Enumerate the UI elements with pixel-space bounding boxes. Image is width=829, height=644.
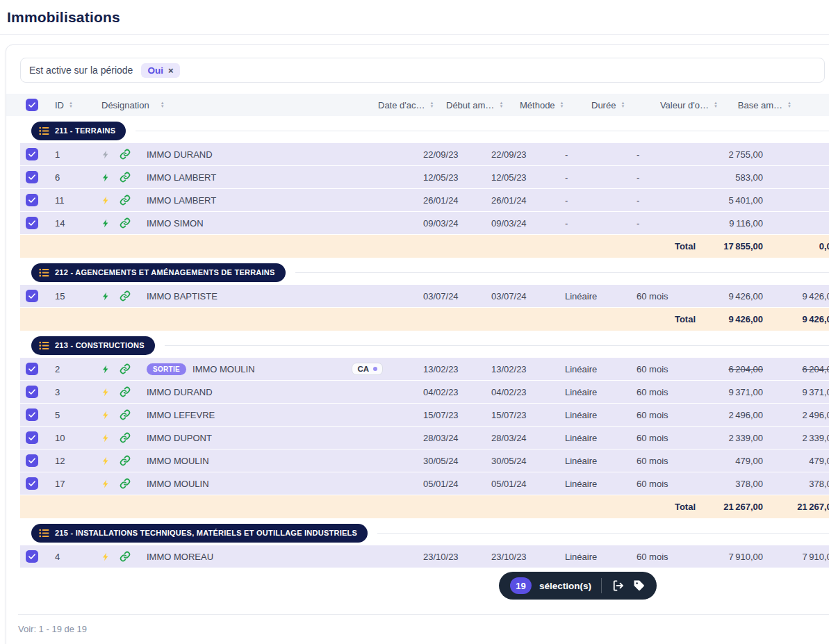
row-checkbox[interactable] xyxy=(26,454,38,467)
row-checkbox[interactable] xyxy=(26,408,38,421)
row-checkbox[interactable] xyxy=(26,550,38,563)
row-checkbox[interactable] xyxy=(26,386,38,398)
row-checkbox[interactable] xyxy=(26,217,38,229)
row-designation-cell: IMMO LEFEVRE xyxy=(147,410,423,420)
row-date-acquisition: 04/02/23 xyxy=(423,387,491,397)
col-header-designation[interactable]: Désignation▲▼ xyxy=(101,100,378,110)
row-duree: 60 mois xyxy=(637,479,696,489)
group-pill[interactable]: 212 - AGENCEMENTS ET AMÉNAGEMENTS DE TER… xyxy=(31,263,286,282)
group-total-row: Total9 426,009 426,00 xyxy=(20,308,829,331)
col-header-debut_amort[interactable]: Début am…▲▼ xyxy=(446,100,520,110)
row-methode: - xyxy=(565,218,637,229)
row-duree: 60 mois xyxy=(637,387,696,397)
group-divider xyxy=(136,131,829,131)
row-debut-amortissement: 23/10/23 xyxy=(491,552,565,562)
row-valeur-origine: 583,00 xyxy=(696,172,763,183)
table-row[interactable]: 12IMMO MOULIN30/05/2430/05/24Linéaire60 … xyxy=(20,449,829,472)
link-icon[interactable] xyxy=(120,195,131,206)
col-header-methode[interactable]: Méthode▲▼ xyxy=(520,100,591,110)
col-header-valeur_origine[interactable]: Valeur d'o…▲▼ xyxy=(650,100,718,110)
row-valeur-origine: 378,00 xyxy=(696,479,763,489)
table-row[interactable]: 10IMMO DUPONT28/03/2428/03/24Linéaire60 … xyxy=(20,427,829,449)
table-row[interactable]: 15IMMO BAPTISTE03/07/2403/07/24Linéaire6… xyxy=(20,285,829,307)
row-debut-amortissement: 05/01/24 xyxy=(491,479,565,489)
row-checkbox-cell xyxy=(26,550,55,563)
sort-icon: ▲▼ xyxy=(69,101,73,108)
row-checkbox[interactable] xyxy=(26,431,38,444)
row-id: 17 xyxy=(55,479,101,489)
row-checkbox[interactable] xyxy=(26,194,38,206)
table-row[interactable]: 2SORTIEIMMO MOULINCA13/02/2313/02/23Liné… xyxy=(20,358,829,380)
table-row[interactable]: 1IMMO DURAND22/09/2322/09/23--2 755,00 xyxy=(20,143,829,165)
link-icon[interactable] xyxy=(120,386,131,397)
table-row[interactable]: 6IMMO LAMBERT12/05/2312/05/23--583,00 xyxy=(20,166,829,188)
selection-bar[interactable]: 19 sélection(s) xyxy=(499,572,657,600)
group-total-row: Total17 855,000,00 xyxy=(20,235,829,258)
col-header-label: ID xyxy=(55,100,64,110)
tag-color-dot-icon xyxy=(373,367,377,371)
row-designation: IMMO DURAND xyxy=(147,387,213,397)
col-header-base_amort[interactable]: Base am…▲▼ xyxy=(718,100,791,110)
col-header-date_acq[interactable]: Date d'ac…▲▼ xyxy=(378,100,446,110)
group-pill[interactable]: 213 - CONSTRUCTIONS xyxy=(31,336,155,355)
sort-icon: ▲▼ xyxy=(787,101,791,108)
row-designation-cell: IMMO MOULIN xyxy=(147,479,423,489)
selection-label: sélection(s) xyxy=(539,581,591,591)
row-checkbox-cell xyxy=(26,431,55,444)
group-total-row: Total21 267,0021 267,00 xyxy=(20,495,829,518)
table-row[interactable]: 3IMMO DURAND04/02/2304/02/23Linéaire60 m… xyxy=(20,381,829,403)
link-icon[interactable] xyxy=(120,363,131,374)
total-base-amortissable: 0,00 xyxy=(763,241,829,251)
checkmark-icon xyxy=(28,434,36,442)
table-row[interactable]: 11IMMO LAMBERT26/01/2426/01/24--5 401,00 xyxy=(20,189,829,211)
remove-filter-icon[interactable]: × xyxy=(168,66,174,75)
table-row[interactable]: 14IMMO SIMON09/03/2409/03/24--9 116,00 xyxy=(20,212,829,234)
bolt-icon xyxy=(101,172,110,183)
group-pill[interactable]: 215 - INSTALLATIONS TECHNIQUES, MATÉRIEL… xyxy=(31,524,368,543)
row-designation: IMMO BAPTISTE xyxy=(147,291,217,302)
row-checkbox[interactable] xyxy=(26,363,38,375)
row-designation: IMMO DURAND xyxy=(147,149,213,160)
table-row[interactable]: 4IMMO MOREAU23/10/2323/10/23Linéaire60 m… xyxy=(20,545,829,568)
list-icon xyxy=(39,341,49,350)
table-body: 211 - TERRAINS1IMMO DURAND22/09/2322/09/… xyxy=(20,118,829,568)
checkmark-icon xyxy=(28,552,36,561)
total-base-amortissable: 9 426,00 xyxy=(763,314,829,324)
row-base-amortissable: 9 426,00 xyxy=(763,291,829,302)
link-icon[interactable] xyxy=(120,455,131,466)
tag-icon[interactable] xyxy=(633,579,646,592)
row-id: 14 xyxy=(55,218,101,229)
row-checkbox[interactable] xyxy=(26,171,38,183)
row-checkbox[interactable] xyxy=(26,148,38,160)
row-checkbox-cell xyxy=(26,408,55,421)
link-icon[interactable] xyxy=(120,551,131,562)
row-methode: - xyxy=(565,172,637,183)
total-label: Total xyxy=(637,241,696,251)
row-checkbox-cell xyxy=(26,217,55,229)
link-icon[interactable] xyxy=(120,478,131,489)
table-row[interactable]: 17IMMO MOULIN05/01/2405/01/24Linéaire60 … xyxy=(20,472,829,495)
col-header-id[interactable]: ID▲▼ xyxy=(55,100,101,110)
row-checkbox[interactable] xyxy=(26,290,38,302)
filter-bar[interactable]: Est active sur la période Oui × xyxy=(20,58,825,83)
row-base-amortissable: 479,00 xyxy=(763,456,829,466)
filter-chip[interactable]: Oui × xyxy=(141,63,179,78)
link-icon[interactable] xyxy=(120,172,131,183)
link-icon[interactable] xyxy=(120,149,131,160)
table-row[interactable]: 5IMMO LEFEVRE15/07/2315/07/23Linéaire60 … xyxy=(20,404,829,426)
col-header-duree[interactable]: Durée▲▼ xyxy=(591,100,650,110)
link-icon[interactable] xyxy=(120,409,131,420)
row-status-icons xyxy=(101,290,147,302)
link-icon[interactable] xyxy=(120,217,131,229)
row-date-acquisition: 15/07/23 xyxy=(423,410,491,420)
link-icon[interactable] xyxy=(120,290,131,302)
row-status-icons xyxy=(101,217,147,229)
group-pill[interactable]: 211 - TERRAINS xyxy=(31,122,126,140)
select-all-checkbox[interactable] xyxy=(26,99,38,111)
export-icon[interactable] xyxy=(612,579,625,593)
link-icon[interactable] xyxy=(120,432,131,443)
row-methode: Linéaire xyxy=(565,387,637,397)
total-valeur-origine: 9 426,00 xyxy=(696,314,763,324)
row-checkbox-cell xyxy=(26,290,55,302)
row-checkbox[interactable] xyxy=(26,477,38,490)
